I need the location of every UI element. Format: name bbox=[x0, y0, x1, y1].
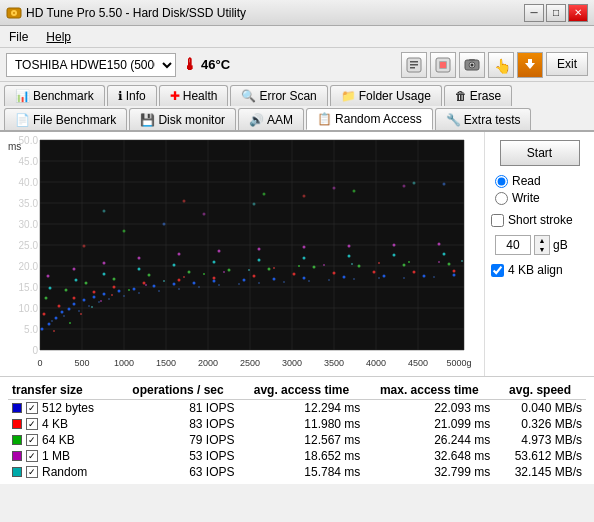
row-check-0[interactable]: ✓ bbox=[26, 402, 38, 414]
menu-file[interactable]: File bbox=[6, 29, 31, 45]
row-check-2[interactable]: ✓ bbox=[26, 434, 38, 446]
svg-point-171 bbox=[443, 183, 446, 186]
svg-point-51 bbox=[41, 328, 44, 331]
extra-tests-icon: 🔧 bbox=[446, 113, 461, 127]
radio-write-input[interactable] bbox=[495, 192, 508, 205]
svg-point-80 bbox=[213, 277, 216, 280]
tab-error-scan-label: Error Scan bbox=[259, 89, 316, 103]
cell-avg-speed-0: 0.040 MB/s bbox=[494, 400, 586, 417]
row-label-text-1: 4 KB bbox=[42, 417, 68, 431]
tab-benchmark[interactable]: 📊 Benchmark bbox=[4, 85, 105, 106]
tab-file-benchmark[interactable]: 📄 File Benchmark bbox=[4, 108, 127, 130]
tab-file-benchmark-label: File Benchmark bbox=[33, 113, 116, 127]
toolbar-icon-2[interactable] bbox=[430, 52, 456, 78]
toolbar-icon-1[interactable] bbox=[401, 52, 427, 78]
erase-icon: 🗑 bbox=[455, 89, 467, 103]
start-button[interactable]: Start bbox=[500, 140, 580, 166]
row-label-text-2: 64 KB bbox=[42, 433, 75, 447]
drive-select[interactable]: TOSHIBA HDWE150 (5000 gB) bbox=[6, 53, 176, 77]
svg-point-60 bbox=[118, 290, 121, 293]
svg-point-69 bbox=[343, 276, 346, 279]
tab-health-label: Health bbox=[183, 89, 218, 103]
thermometer-icon: 🌡 bbox=[182, 56, 198, 74]
tab-health[interactable]: ✚ Health bbox=[159, 85, 229, 106]
short-stroke-input[interactable] bbox=[491, 214, 504, 227]
svg-point-67 bbox=[273, 278, 276, 281]
cell-ops-0: 81 IOPS bbox=[118, 400, 239, 417]
cell-avg-speed-4: 32.145 MB/s bbox=[494, 464, 586, 480]
stroke-up-button[interactable]: ▲ bbox=[535, 236, 549, 245]
toolbar-icon-5[interactable] bbox=[517, 52, 543, 78]
tab-info-label: Info bbox=[126, 89, 146, 103]
table-row: ✓ 1 MB 53 IOPS 18.652 ms 32.648 ms 53.61… bbox=[8, 448, 586, 464]
tab-random-access[interactable]: 📋 Random Access bbox=[306, 108, 433, 130]
svg-point-126 bbox=[108, 298, 110, 300]
tab-folder-usage[interactable]: 📁 Folder Usage bbox=[330, 85, 442, 106]
radio-read[interactable]: Read bbox=[495, 174, 588, 188]
row-check-1[interactable]: ✓ bbox=[26, 418, 38, 430]
svg-point-139 bbox=[378, 277, 380, 279]
4kb-align-checkbox[interactable]: 4 KB align bbox=[491, 263, 588, 277]
svg-point-136 bbox=[308, 280, 310, 282]
minimize-button[interactable]: ─ bbox=[524, 4, 544, 22]
tab-info[interactable]: ℹ Info bbox=[107, 85, 157, 106]
svg-point-12 bbox=[470, 63, 473, 66]
svg-point-55 bbox=[68, 308, 71, 311]
svg-point-79 bbox=[178, 279, 181, 282]
cell-avg-access-0: 12.294 ms bbox=[239, 400, 365, 417]
row-color-4 bbox=[12, 467, 22, 477]
tab-aam-label: AAM bbox=[267, 113, 293, 127]
svg-point-155 bbox=[273, 267, 275, 269]
svg-point-58 bbox=[93, 296, 96, 299]
svg-point-174 bbox=[263, 193, 266, 196]
cell-avg-speed-1: 0.326 MB/s bbox=[494, 416, 586, 432]
svg-point-149 bbox=[145, 284, 147, 286]
toolbar-icons: 👆 Exit bbox=[401, 52, 588, 78]
title-controls: ─ □ ✕ bbox=[524, 4, 588, 22]
svg-point-100 bbox=[73, 268, 76, 271]
svg-point-85 bbox=[413, 271, 416, 274]
disk-monitor-icon: 💾 bbox=[140, 113, 155, 127]
svg-point-144 bbox=[80, 313, 82, 315]
svg-point-176 bbox=[413, 182, 416, 185]
svg-point-57 bbox=[83, 299, 86, 302]
cell-ops-3: 53 IOPS bbox=[118, 448, 239, 464]
svg-point-128 bbox=[138, 292, 140, 294]
col-header-transfer: transfer size bbox=[8, 381, 118, 400]
maximize-button[interactable]: □ bbox=[546, 4, 566, 22]
radio-write-label: Write bbox=[512, 191, 540, 205]
svg-rect-16 bbox=[528, 59, 532, 64]
menu-help[interactable]: Help bbox=[43, 29, 74, 45]
svg-point-108 bbox=[393, 244, 396, 247]
short-stroke-checkbox[interactable]: Short stroke bbox=[491, 213, 588, 227]
stroke-value-input[interactable] bbox=[495, 235, 531, 255]
svg-point-72 bbox=[453, 274, 456, 277]
tab-aam[interactable]: 🔊 AAM bbox=[238, 108, 304, 130]
svg-point-132 bbox=[218, 284, 220, 286]
svg-text:4000: 4000 bbox=[366, 358, 386, 368]
radio-read-input[interactable] bbox=[495, 175, 508, 188]
tab-error-scan[interactable]: 🔍 Error Scan bbox=[230, 85, 327, 106]
svg-point-114 bbox=[173, 264, 176, 267]
row-check-3[interactable]: ✓ bbox=[26, 450, 38, 462]
4kb-align-input[interactable] bbox=[491, 264, 504, 277]
toolbar-icon-4[interactable]: 👆 bbox=[488, 52, 514, 78]
radio-write[interactable]: Write bbox=[495, 191, 588, 205]
tab-extra-tests[interactable]: 🔧 Extra tests bbox=[435, 108, 532, 130]
row-check-4[interactable]: ✓ bbox=[26, 466, 38, 478]
svg-point-165 bbox=[163, 223, 166, 226]
svg-point-54 bbox=[61, 311, 64, 314]
svg-text:3000: 3000 bbox=[282, 358, 302, 368]
stroke-down-button[interactable]: ▼ bbox=[535, 245, 549, 254]
cell-max-access-0: 22.093 ms bbox=[364, 400, 494, 417]
exit-button[interactable]: Exit bbox=[546, 52, 588, 76]
svg-text:3500: 3500 bbox=[324, 358, 344, 368]
toolbar-icon-3[interactable] bbox=[459, 52, 485, 78]
tab-disk-monitor[interactable]: 💾 Disk monitor bbox=[129, 108, 236, 130]
svg-point-102 bbox=[138, 257, 141, 260]
tab-erase[interactable]: 🗑 Erase bbox=[444, 85, 512, 106]
svg-point-168 bbox=[303, 195, 306, 198]
row-label-text-3: 1 MB bbox=[42, 449, 70, 463]
close-button[interactable]: ✕ bbox=[568, 4, 588, 22]
title-bar: HD Tune Pro 5.50 - Hard Disk/SSD Utility… bbox=[0, 0, 594, 26]
